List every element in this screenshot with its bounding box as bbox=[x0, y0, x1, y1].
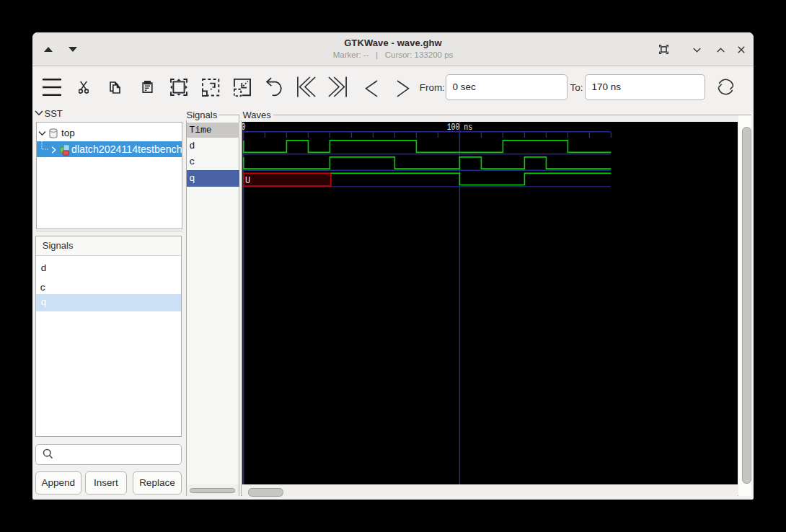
svg-text:0: 0 bbox=[242, 123, 245, 133]
svg-text:U: U bbox=[245, 175, 250, 185]
svg-text:100 ns: 100 ns bbox=[446, 123, 472, 133]
